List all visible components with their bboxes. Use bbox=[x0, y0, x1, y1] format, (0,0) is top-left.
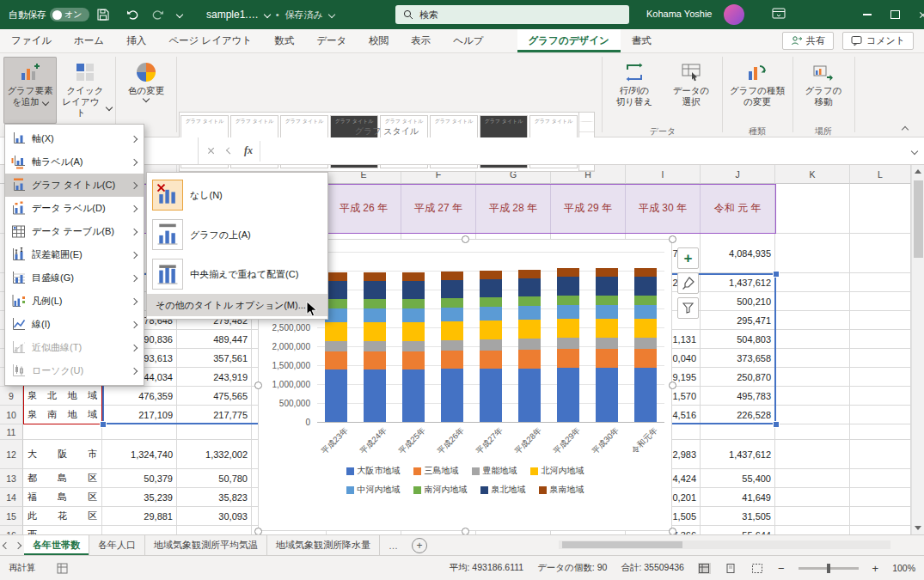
cell-K7[interactable] bbox=[775, 349, 850, 368]
sheet-tabs-overflow[interactable]: … bbox=[380, 535, 407, 555]
insert-function-icon[interactable]: fx bbox=[239, 137, 258, 164]
share-button[interactable]: 共有 bbox=[782, 32, 834, 50]
chart-elements-button[interactable]: + bbox=[677, 247, 699, 269]
bar-segment-中河内地域[interactable] bbox=[402, 308, 425, 322]
cell-K12[interactable] bbox=[775, 440, 850, 469]
cell-L7[interactable] bbox=[850, 349, 911, 368]
bar-segment-南河内地域[interactable] bbox=[364, 299, 386, 308]
cell-L10[interactable] bbox=[850, 406, 911, 424]
bar-segment-三島地域[interactable] bbox=[441, 351, 463, 369]
cell-C14[interactable]: 35,823 bbox=[177, 488, 252, 507]
bar-segment-南河内地域[interactable] bbox=[518, 296, 541, 306]
cell-C12[interactable]: 1,332,002 bbox=[177, 440, 252, 469]
bar-segment-泉南地域[interactable] bbox=[518, 270, 541, 278]
bar-segment-豊能地域[interactable] bbox=[634, 338, 657, 349]
bar-segment-大阪市地域[interactable] bbox=[634, 368, 657, 422]
bar-segment-泉北地域[interactable] bbox=[518, 278, 541, 296]
bar-segment-泉北地域[interactable] bbox=[364, 281, 386, 299]
row-header-13[interactable]: 13 bbox=[0, 469, 23, 488]
chart-resize-handle[interactable] bbox=[669, 235, 676, 243]
cell-C11[interactable] bbox=[177, 424, 252, 440]
menu-item-data-labels[interactable]: データ ラベル(D) bbox=[5, 197, 144, 220]
cell-A13[interactable]: 都島区 bbox=[23, 469, 102, 488]
maximize-button[interactable] bbox=[881, 0, 909, 29]
cell-L12[interactable] bbox=[850, 440, 911, 469]
chart-resize-handle[interactable] bbox=[254, 382, 262, 389]
bar-segment-三島地域[interactable] bbox=[364, 351, 386, 369]
bar-segment-大阪市地域[interactable] bbox=[325, 369, 347, 422]
cell-B14[interactable]: 35,239 bbox=[102, 488, 177, 507]
bar-segment-豊能地域[interactable] bbox=[518, 339, 541, 350]
more-title-options-item[interactable]: その他のタイトル オプション(M)... bbox=[147, 294, 327, 316]
cell-K9[interactable] bbox=[775, 387, 850, 406]
cell-C13[interactable]: 50,780 bbox=[177, 469, 252, 488]
column-header-L[interactable]: L bbox=[850, 165, 911, 184]
menu-item-legend[interactable]: 凡例(L) bbox=[5, 290, 144, 313]
cell-L4[interactable] bbox=[850, 292, 911, 311]
range-handle[interactable] bbox=[773, 271, 780, 278]
cell-K5[interactable] bbox=[775, 311, 850, 330]
chart-styles-button[interactable] bbox=[677, 272, 699, 294]
sheet-tab-0[interactable]: 各年世帯数 bbox=[24, 535, 89, 555]
bar-segment-豊能地域[interactable] bbox=[596, 338, 618, 349]
bar-segment-北河内地域[interactable] bbox=[364, 322, 386, 341]
legend-item-豊能地域[interactable]: 豊能地域 bbox=[472, 465, 517, 477]
bar-segment-泉南地域[interactable] bbox=[634, 268, 657, 277]
sheet-tab-1[interactable]: 各年人口 bbox=[89, 535, 145, 555]
bar-segment-三島地域[interactable] bbox=[634, 349, 657, 368]
bar-segment-三島地域[interactable] bbox=[325, 351, 347, 369]
minimize-button[interactable] bbox=[854, 0, 881, 29]
cell-L2[interactable] bbox=[850, 234, 911, 273]
column-header-I[interactable]: I bbox=[626, 165, 701, 184]
saved-status[interactable]: 保存済み bbox=[285, 9, 323, 21]
ribbon-tab-1[interactable]: ホーム bbox=[63, 29, 115, 52]
close-button[interactable] bbox=[909, 0, 924, 29]
row-header-15[interactable]: 15 bbox=[0, 507, 23, 526]
row-header-12[interactable]: 12 bbox=[0, 440, 23, 469]
menu-item-trendline[interactable]: 近似曲線(T) bbox=[5, 336, 144, 359]
ribbon-tab-9[interactable]: グラフのデザイン bbox=[517, 29, 621, 52]
collapse-ribbon-icon[interactable] bbox=[902, 126, 909, 133]
bar-segment-大阪市地域[interactable] bbox=[596, 368, 618, 422]
bar-segment-三島地域[interactable] bbox=[557, 349, 579, 368]
submenu-item-above[interactable]: グラフの上(A) bbox=[147, 215, 327, 254]
bar-segment-泉北地域[interactable] bbox=[634, 277, 657, 296]
quick-layout-button[interactable]: クイック レイアウト bbox=[58, 57, 112, 124]
bar-segment-豊能地域[interactable] bbox=[402, 341, 425, 351]
cell-J12[interactable]: 1,437,612 bbox=[701, 440, 775, 469]
cell-J2[interactable]: 4,084,935 bbox=[701, 234, 775, 273]
bar-segment-豊能地域[interactable] bbox=[325, 341, 347, 351]
menu-item-axes[interactable]: 軸(X) bbox=[5, 127, 144, 150]
bar-segment-豊能地域[interactable] bbox=[557, 338, 579, 349]
bar-segment-中河内地域[interactable] bbox=[634, 305, 657, 319]
bar-segment-南河内地域[interactable] bbox=[557, 296, 579, 305]
sheet-tab-2[interactable]: 地域気象観測所平均気温 bbox=[145, 535, 267, 555]
cell-B11[interactable] bbox=[102, 424, 177, 440]
bar-segment-泉北地域[interactable] bbox=[596, 277, 618, 296]
bar-segment-北河内地域[interactable] bbox=[325, 322, 347, 341]
zoom-out-button[interactable]: − bbox=[778, 562, 785, 575]
calc-mode[interactable]: 再計算 bbox=[0, 562, 45, 574]
autosave-toggle[interactable]: オン bbox=[50, 8, 89, 21]
vertical-scrollbar[interactable] bbox=[911, 165, 924, 534]
change-chart-type-button[interactable]: グラフの種類 の変更 bbox=[725, 57, 789, 124]
sheet-nav-right[interactable] bbox=[12, 535, 24, 555]
cell-B12[interactable]: 1,324,740 bbox=[102, 440, 177, 469]
bar-segment-北河内地域[interactable] bbox=[518, 320, 541, 339]
ribbon-tab-8[interactable]: ヘルプ bbox=[442, 29, 494, 52]
customize-toolbar-chevron-icon[interactable] bbox=[176, 11, 183, 18]
menu-item-lines[interactable]: 線(I) bbox=[5, 313, 144, 336]
ribbon-tab-4[interactable]: 数式 bbox=[263, 29, 305, 52]
normal-view-icon[interactable] bbox=[698, 563, 711, 574]
cell-J15[interactable]: 31,505 bbox=[701, 507, 775, 526]
row-header-11[interactable]: 11 bbox=[0, 424, 23, 440]
bar-segment-中河内地域[interactable] bbox=[596, 305, 618, 319]
bar-segment-泉南地域[interactable] bbox=[364, 272, 386, 281]
bar-segment-豊能地域[interactable] bbox=[364, 341, 386, 351]
document-title[interactable]: sample1.… • 保存済み bbox=[206, 0, 334, 29]
chart-resize-handle[interactable] bbox=[669, 382, 676, 389]
formula-input[interactable] bbox=[260, 137, 907, 164]
bar-segment-三島地域[interactable] bbox=[480, 351, 502, 369]
bar-segment-北河内地域[interactable] bbox=[596, 319, 618, 338]
column-header-J[interactable]: J bbox=[701, 165, 775, 184]
